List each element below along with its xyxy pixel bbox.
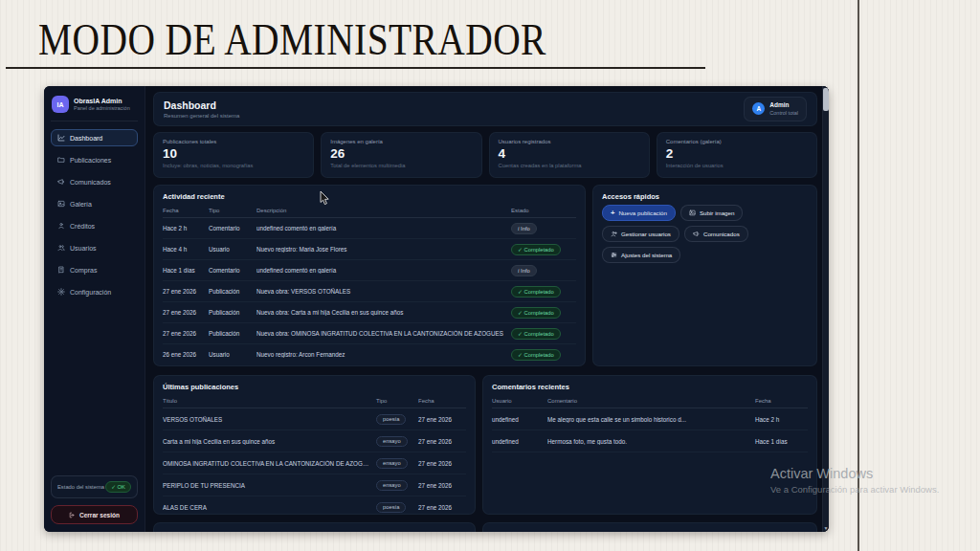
new-publication-button[interactable]: + Nueva publicación: [602, 205, 676, 221]
presentation-slide: MODO DE ADMINISTRADOR IA ObrasIA Admin P…: [0, 0, 980, 551]
sidebar-item-usuarios[interactable]: Usuarios: [51, 239, 138, 256]
activity-date: Hace 2 h: [163, 225, 209, 231]
system-status-box: Estado del sistema OK: [51, 475, 138, 498]
stat-value: 10: [163, 146, 304, 161]
activity-row: Hace 4 h Usuario Nuevo registro: Maria J…: [163, 239, 576, 260]
publication-row: PERIPLO DE TU PRESENCIA ensayo 27 ene 20…: [163, 474, 466, 496]
col-estado: Estado: [511, 208, 576, 213]
stat-label: Publicaciones totales: [163, 139, 304, 144]
dashboard-scrollbar[interactable]: ▼: [822, 86, 829, 532]
activity-date: Hace 4 h: [163, 246, 209, 253]
stat-value: 26: [330, 146, 472, 161]
brand-subtitle: Panel de administración: [74, 105, 130, 112]
publication-row: OMINOSA INGRATITUD COLECTIVA EN LA CANTO…: [163, 452, 466, 474]
sidebar-item-publicaciones[interactable]: Publicaciones: [51, 151, 138, 168]
publication-row: Carta a mi hija Cecilia en sus quince añ…: [163, 430, 466, 452]
sidebar-item-label: Compras: [70, 267, 97, 274]
gear-icon: [57, 288, 65, 296]
page-header: Dashboard Resumen general del sistema A …: [153, 92, 817, 126]
publication-row: ALAS DE CERA poesía 27 ene 2026: [163, 496, 466, 515]
col-titulo: Título: [163, 398, 376, 404]
sidebar-item-label: Créditos: [70, 223, 95, 230]
admin-name: Admin: [769, 101, 798, 109]
title-underline: [6, 67, 705, 69]
status-ok-badge: OK: [105, 481, 131, 493]
cutoff-card: [153, 522, 476, 532]
completed-badge: Completado: [511, 328, 561, 340]
activity-type: Publicación: [209, 309, 256, 316]
stat-sub: Interacción de usuarios: [666, 163, 808, 168]
activity-row: 27 ene 2026 Publicación Nueva obra: OMIN…: [163, 323, 576, 344]
sidebar-item-label: Configuración: [70, 289, 111, 296]
logout-button[interactable]: Cerrar sesión: [51, 505, 138, 524]
type-badge: ensayo: [376, 436, 408, 447]
comment-user: undefined: [492, 416, 547, 423]
sidebar-item-label: Publicaciones: [70, 157, 111, 164]
sidebar-item-creditos[interactable]: Créditos: [51, 217, 138, 234]
logout-label: Cerrar sesión: [79, 512, 120, 518]
logout-icon: [69, 512, 76, 518]
sliders-icon: [611, 252, 617, 258]
quick-access-title: Accesos rápidos: [602, 192, 808, 201]
type-badge: poesía: [376, 414, 406, 425]
sidebar-item-dashboard[interactable]: Dashboard: [51, 129, 138, 146]
activity-type: Publicación: [209, 288, 256, 295]
activity-row: 27 ene 2026 Publicación Nueva obra: VERS…: [163, 281, 576, 302]
activity-type: Publicación: [209, 330, 256, 337]
sidebar-item-comunicados[interactable]: Comunicados: [51, 173, 138, 190]
stat-value: 2: [666, 146, 808, 161]
stat-card-comentarios: Comentarios (galería) 2 Interacción de u…: [657, 132, 817, 178]
sidebar-item-galeria[interactable]: Galería: [51, 195, 138, 212]
activity-desc: Nueva obra: VERSOS OTOÑALES: [256, 288, 511, 295]
publication-title: VERSOS OTOÑALES: [163, 416, 376, 423]
sidebar-item-label: Galería: [70, 201, 92, 208]
col-tipo: Tipo: [376, 398, 418, 404]
scroll-down-arrow[interactable]: ▼: [823, 524, 829, 532]
cutoff-card: [482, 522, 817, 532]
button-label: Subir imagen: [700, 209, 734, 216]
scrollbar-thumb[interactable]: [823, 88, 829, 111]
info-badge: Info: [511, 265, 537, 276]
activity-date: 27 ene 2026: [163, 288, 209, 295]
manage-users-button[interactable]: Gestionar usuarios: [602, 226, 679, 242]
upload-image-button[interactable]: Subir imagen: [680, 205, 743, 221]
stat-label: Usuarios registrados: [499, 139, 640, 144]
dashboard-title: Dashboard: [164, 99, 239, 112]
col-fecha: Fecha: [755, 398, 808, 404]
sidebar-item-compras[interactable]: Compras: [51, 261, 138, 278]
activity-date: 27 ene 2026: [163, 309, 209, 316]
col-usuario: Usuario: [492, 398, 547, 404]
activity-date: 27 ene 2026: [163, 330, 209, 337]
completed-badge: Completado: [511, 349, 561, 361]
activity-table-header: Fecha Tipo Descripción Estado: [163, 205, 576, 218]
publication-date: 27 ene 2026: [418, 416, 466, 423]
brand-block: IA ObrasIA Admin Panel de administración: [51, 94, 138, 121]
type-badge: ensayo: [376, 458, 408, 469]
stat-label: Imágenes en galería: [330, 139, 472, 144]
comment-user: undefined: [492, 438, 547, 445]
sidebar: IA ObrasIA Admin Panel de administración…: [44, 86, 145, 532]
col-tipo: Tipo: [209, 208, 256, 213]
stat-card-publicaciones: Publicaciones totales 10 Incluye: obras,…: [153, 132, 314, 178]
activity-row: 26 ene 2026 Usuario Nuevo registro: Arco…: [163, 344, 576, 364]
comunicados-button[interactable]: Comunicados: [684, 226, 748, 242]
user-icon: [57, 222, 65, 230]
system-settings-button[interactable]: Ajustes del sistema: [602, 247, 680, 263]
col-fecha: Fecha: [418, 398, 466, 404]
publication-date: 27 ene 2026: [418, 504, 466, 511]
sidebar-item-configuracion[interactable]: Configuración: [51, 283, 138, 300]
sidebar-item-label: Dashboard: [70, 135, 102, 142]
users-icon: [57, 244, 65, 252]
chart-line-icon: [57, 134, 65, 142]
stat-card-usuarios: Usuarios registrados 4 Cuentas creadas e…: [489, 132, 650, 178]
admin-profile-chip[interactable]: A Admin Control total: [744, 97, 807, 121]
image-icon: [57, 200, 65, 208]
admin-role: Control total: [769, 110, 798, 117]
comment-row: undefined Hermosa foto, me gusta todo. H…: [492, 430, 808, 452]
activity-date: Hace 1 días: [163, 267, 209, 274]
stat-label: Comentarios (galería): [666, 139, 808, 144]
middle-row: Actividad reciente Fecha Tipo Descripció…: [153, 185, 817, 366]
system-status-label: Estado del sistema: [57, 484, 104, 490]
publication-title: OMINOSA INGRATITUD COLECTIVA EN LA CANTO…: [163, 460, 376, 467]
activity-row: Hace 1 días Comentario undefined comentó…: [163, 260, 576, 281]
